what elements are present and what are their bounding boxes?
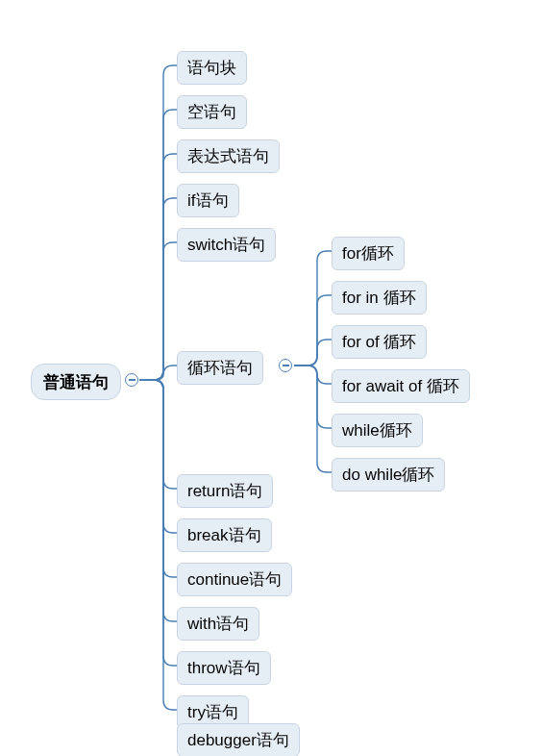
loop-child-forin[interactable]: for in 循环 xyxy=(332,281,427,315)
node-label: for in 循环 xyxy=(342,289,416,307)
child-node-continue[interactable]: continue语句 xyxy=(177,563,292,596)
loop-child-for[interactable]: for循环 xyxy=(332,237,405,270)
node-label: do while循环 xyxy=(342,466,434,484)
node-label: for循环 xyxy=(342,244,394,263)
child-node-expression[interactable]: 表达式语句 xyxy=(177,139,280,173)
child-node-empty[interactable]: 空语句 xyxy=(177,95,247,129)
child-node-switch[interactable]: switch语句 xyxy=(177,228,276,262)
node-label: continue语句 xyxy=(187,570,282,589)
node-label: debugger语句 xyxy=(187,731,289,749)
child-node-with[interactable]: with语句 xyxy=(177,607,259,641)
child-node-break[interactable]: break语句 xyxy=(177,518,272,552)
node-label: for await of 循环 xyxy=(342,377,459,395)
child-node-throw[interactable]: throw语句 xyxy=(177,651,271,685)
node-label: 空语句 xyxy=(187,103,236,121)
node-label: 语句块 xyxy=(187,59,236,77)
root-label: 普通语句 xyxy=(43,373,109,391)
loop-child-dowhile[interactable]: do while循环 xyxy=(332,458,445,491)
node-label: throw语句 xyxy=(187,659,260,677)
node-label: break语句 xyxy=(187,526,261,544)
child-node-debugger[interactable]: debugger语句 xyxy=(177,723,300,756)
node-label: while循环 xyxy=(342,421,412,440)
child-node-return[interactable]: return语句 xyxy=(177,474,273,508)
root-node[interactable]: 普通语句 xyxy=(31,364,121,400)
loop-child-forawaitof[interactable]: for await of 循环 xyxy=(332,369,470,403)
node-label: return语句 xyxy=(187,482,262,500)
node-label: if语句 xyxy=(187,191,229,210)
child-node-loop[interactable]: 循环语句 xyxy=(177,351,263,385)
loop-child-forof[interactable]: for of 循环 xyxy=(332,325,427,359)
node-label: switch语句 xyxy=(187,236,265,254)
child-node-block[interactable]: 语句块 xyxy=(177,51,247,85)
child-node-if[interactable]: if语句 xyxy=(177,184,239,217)
collapse-toggle-loop[interactable] xyxy=(279,359,292,372)
node-label: for of 循环 xyxy=(342,333,416,351)
loop-child-while[interactable]: while循环 xyxy=(332,414,423,447)
node-label: try语句 xyxy=(187,703,238,721)
node-label: 表达式语句 xyxy=(187,147,269,165)
node-label: with语句 xyxy=(187,615,249,633)
collapse-toggle-root[interactable] xyxy=(125,373,138,387)
node-label: 循环语句 xyxy=(187,359,253,377)
